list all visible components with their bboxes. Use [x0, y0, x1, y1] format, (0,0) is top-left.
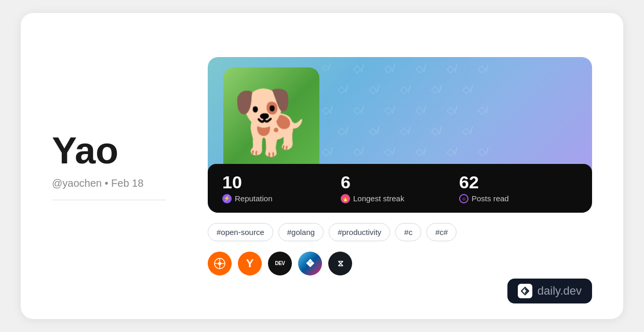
- reputation-label: ⚡ Reputation: [222, 194, 341, 203]
- posts-icon: ○: [459, 194, 468, 203]
- social-yc[interactable]: Y: [238, 252, 262, 275]
- reputation-icon: ⚡: [222, 194, 232, 203]
- streak-label: 🔥 Longest streak: [341, 194, 459, 203]
- branding-logo: [518, 284, 532, 298]
- stats-bar: 10 ⚡ Reputation 6 🔥 Longest streak 62: [208, 164, 592, 213]
- posts-label: ○ Posts read: [459, 194, 578, 203]
- profile-card: Yao @yaochen • Feb 18 ◇/ ◇/ ◇/ ◇/ ◇/ ◇/ …: [21, 13, 623, 319]
- social-icons-row: Y DEV ❖ ⧖: [208, 252, 352, 275]
- reputation-value: 10: [222, 173, 341, 191]
- profile-visual-card: ◇/ ◇/ ◇/ ◇/ ◇/ ◇/ ◇/ ◇/ ◇/ ◇/ ◇/ ◇/ ◇/ ◇…: [208, 57, 592, 213]
- join-date: Feb 18: [111, 177, 143, 189]
- social-hackernews[interactable]: [208, 252, 232, 275]
- tags-section: #open-source #golang #productivity #c #c…: [208, 223, 592, 241]
- user-meta: @yaochen • Feb 18: [52, 177, 166, 189]
- social-flutter[interactable]: ❖: [298, 252, 322, 275]
- user-handle: @yaochen: [52, 177, 102, 189]
- avatar-image: 🐕: [233, 91, 311, 153]
- branding-name: daily.dev: [538, 284, 582, 298]
- left-section: Yao @yaochen • Feb 18: [52, 132, 166, 200]
- stat-streak: 6 🔥 Longest streak: [341, 173, 459, 203]
- avatar: 🐕: [223, 67, 319, 176]
- tag-c[interactable]: #c: [395, 223, 421, 241]
- streak-icon: 🔥: [341, 194, 350, 203]
- divider: [52, 200, 166, 200]
- dailydev-branding: daily.dev: [507, 279, 592, 303]
- streak-value: 6: [341, 173, 459, 191]
- stat-posts: 62 ○ Posts read: [459, 173, 578, 203]
- user-name: Yao: [52, 132, 166, 169]
- right-section: ◇/ ◇/ ◇/ ◇/ ◇/ ◇/ ◇/ ◇/ ◇/ ◇/ ◇/ ◇/ ◇/ ◇…: [208, 57, 592, 275]
- tag-golang[interactable]: #golang: [278, 223, 324, 241]
- posts-value: 62: [459, 173, 578, 191]
- tag-csharp[interactable]: #c#: [426, 223, 457, 241]
- svg-point-3: [218, 262, 221, 265]
- social-devto[interactable]: DEV: [268, 252, 292, 275]
- stat-reputation: 10 ⚡ Reputation: [222, 173, 341, 203]
- tag-open-source[interactable]: #open-source: [208, 223, 273, 241]
- tag-productivity[interactable]: #productivity: [329, 223, 390, 241]
- meta-separator: •: [104, 177, 111, 189]
- social-dailydev[interactable]: ⧖: [328, 252, 352, 275]
